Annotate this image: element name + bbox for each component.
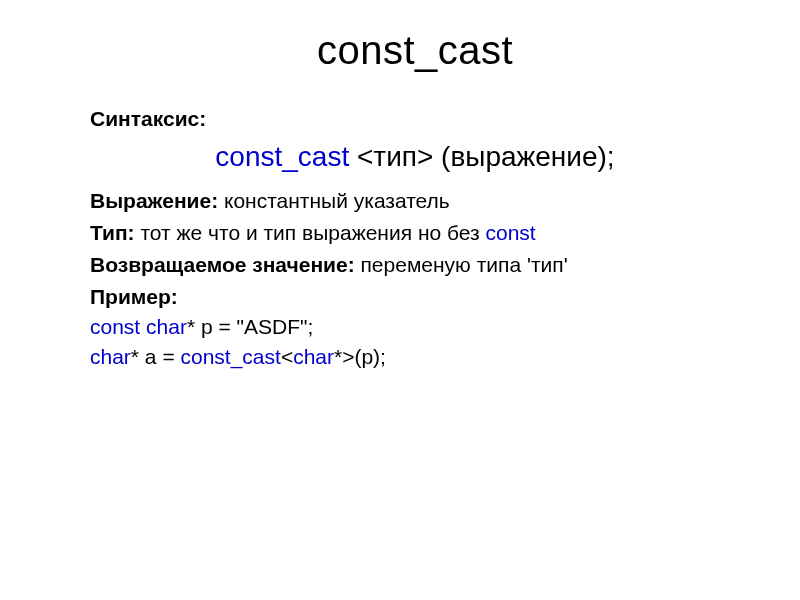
kw-char: char xyxy=(146,315,187,338)
slide-title: const_cast xyxy=(90,28,740,73)
type-value-keyword: const xyxy=(485,221,535,244)
code-text: * a = xyxy=(131,345,181,368)
code-line-1: const char* p = "ASDF"; xyxy=(90,315,740,339)
kw-const-cast: const_cast xyxy=(180,345,280,368)
return-row: Возвращаемое значение: переменую типа 'т… xyxy=(90,253,740,277)
code-text: *>(p); xyxy=(334,345,386,368)
code-text: * p = "ASDF"; xyxy=(187,315,313,338)
type-label: Тип: xyxy=(90,221,140,244)
syntax-expression: const_cast <тип> (выражение); xyxy=(90,141,740,173)
type-row: Тип: тот же что и тип выражения но без c… xyxy=(90,221,740,245)
code-line-2: char* a = const_cast<char*>(p); xyxy=(90,345,740,369)
type-value-text: тот же что и тип выражения но без xyxy=(140,221,485,244)
example-label: Пример: xyxy=(90,285,740,309)
expression-row: Выражение: константный указатель xyxy=(90,189,740,213)
return-value: переменую типа 'тип' xyxy=(360,253,567,276)
kw-char: char xyxy=(293,345,334,368)
keyword-const-cast: const_cast xyxy=(215,141,349,172)
syntax-label: Синтаксис: xyxy=(90,107,740,131)
return-label: Возвращаемое значение: xyxy=(90,253,360,276)
syntax-template: <тип> (выражение); xyxy=(349,141,614,172)
expression-label: Выражение: xyxy=(90,189,224,212)
code-text: < xyxy=(281,345,293,368)
expression-value: константный указатель xyxy=(224,189,450,212)
kw-char: char xyxy=(90,345,131,368)
slide: const_cast Синтаксис: const_cast <тип> (… xyxy=(0,0,800,600)
kw-const: const xyxy=(90,315,140,338)
